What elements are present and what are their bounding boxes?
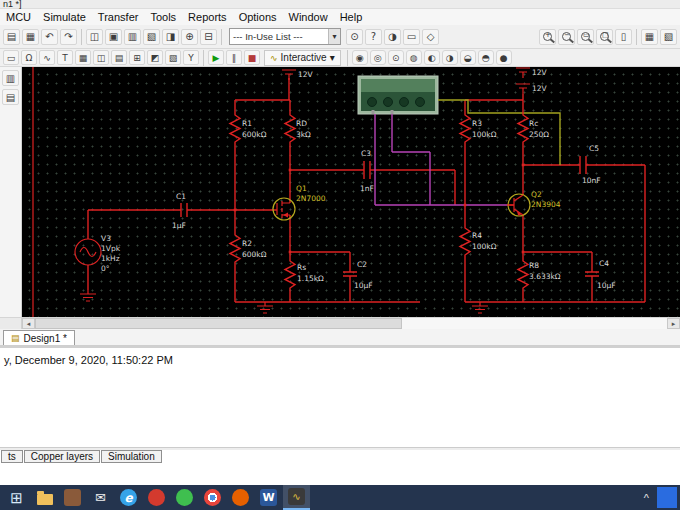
chrome-browser-icon[interactable] [199,485,226,510]
toolbar-button[interactable]: Ω [21,50,37,65]
redo-button[interactable]: ↷ [60,29,77,45]
toolbar-button[interactable]: ◩ [147,50,163,65]
toolbar-button[interactable]: ⊕ [181,29,198,45]
toolbar-button[interactable]: ▦ [75,50,91,65]
toolbar-button[interactable]: ◇ [422,29,439,45]
menu-options[interactable]: Options [233,11,283,23]
toolbar-button[interactable]: ▧ [165,50,181,65]
copy-button[interactable]: ▤ [3,29,20,45]
firefox-browser-icon[interactable] [227,485,254,510]
probe-button[interactable]: ◍ [406,50,422,65]
toolbar-button[interactable]: ◨ [162,29,179,45]
power-vdd-left[interactable]: 12V [282,70,314,80]
ground-symbol[interactable] [257,302,273,313]
menu-tools[interactable]: Tools [144,11,182,23]
word-app-icon[interactable]: W [255,485,282,510]
toolbar-button[interactable]: ∿ [39,50,55,65]
power-vcc-right-lower[interactable]: 12V [516,84,548,94]
mail-app-icon[interactable]: ✉ [87,485,114,510]
stop-simulation-button[interactable]: ■ [244,50,260,65]
toolbar-button[interactable]: ◫ [86,29,103,45]
scroll-left-button[interactable]: ◂ [22,318,35,329]
green-module[interactable] [358,76,438,114]
toolbar-button[interactable]: ⊞ [129,50,145,65]
start-button[interactable]: ⊞ [3,485,30,510]
red-app-icon[interactable] [143,485,170,510]
component-r3[interactable]: R3 100kΩ [460,112,497,146]
component-rs[interactable]: Rs 1.15kΩ [285,258,324,292]
toolbar-button[interactable]: ⊙ [346,29,363,45]
scrollbar-track[interactable] [35,318,667,329]
menu-simulate[interactable]: Simulate [37,11,92,23]
run-simulation-button[interactable]: ▶ [208,50,224,65]
power-vcc-right-upper[interactable]: 12V [516,68,548,78]
component-c4[interactable]: C4 10µF [585,259,616,290]
probe-button[interactable]: ● [496,50,512,65]
zoom-in-button[interactable]: + [539,29,556,45]
chevron-down-icon[interactable]: ▾ [328,29,340,44]
probe-button[interactable]: ◐ [424,50,440,65]
horizontal-scrollbar[interactable]: ◂ ▸ [0,317,680,329]
component-c2[interactable]: C2 10µF [343,260,373,290]
probe-button[interactable]: ◉ [352,50,368,65]
component-r4[interactable]: R4 100kΩ [460,225,497,259]
component-v3-ac-source[interactable]: V3 1Vpk 1kHz 0° [75,234,121,273]
menu-transfer[interactable]: Transfer [92,11,145,23]
interactive-analysis-menu[interactable]: ∿ Interactive ▾ [264,50,341,66]
pause-simulation-button[interactable]: ∥ [226,50,242,65]
probe-button[interactable]: ⊙ [388,50,404,65]
probe-button[interactable]: ◑ [442,50,458,65]
zoom-area-button[interactable]: ▭ [577,29,594,45]
probe-button[interactable]: ◓ [478,50,494,65]
tab-copper-layers[interactable]: Copper layers [24,450,100,463]
ground-symbol[interactable] [80,290,96,301]
menu-reports[interactable]: Reports [182,11,233,23]
toolbar-button[interactable]: ▭ [3,50,19,65]
archive-app-icon[interactable] [59,485,86,510]
dock-button[interactable]: ▥ [2,70,19,86]
whatsapp-icon[interactable] [171,485,198,510]
scroll-right-button[interactable]: ▸ [667,318,680,329]
component-c3[interactable]: C3 1nF [360,149,374,193]
file-explorer-icon[interactable] [31,485,58,510]
component-rd[interactable]: RD 3kΩ [285,112,311,146]
menu-window[interactable]: Window [283,11,334,23]
probe-button[interactable]: ◎ [370,50,386,65]
zoom-fit-button[interactable]: □ [596,29,613,45]
multisim-taskbar-icon[interactable]: ∿ [283,485,310,510]
dock-button[interactable]: ▤ [2,89,19,105]
spreadsheet-view-toggle[interactable]: ▧ [660,29,677,45]
schematic-canvas[interactable]: 12V 12V 12V R1 600kΩ [22,67,680,317]
component-c1[interactable]: C1 1µF [172,192,187,230]
component-rc[interactable]: Rc 250Ω [518,112,549,146]
toolbar-button[interactable]: ◫ [93,50,109,65]
undo-button[interactable]: ↶ [41,29,58,45]
tray-expand-button[interactable]: ^ [637,492,656,504]
schematic-svg[interactable]: 12V 12V 12V R1 600kΩ [22,67,680,317]
in-use-list-dropdown[interactable]: --- In-Use List --- ▾ [229,28,341,45]
paste-button[interactable]: ▦ [22,29,39,45]
component-q2-bjt[interactable]: Q2 2N3904 [507,190,561,216]
component-r8[interactable]: R8 3.633kΩ [518,258,561,292]
component-q1-mosfet[interactable]: Q1 2N7000 [273,184,326,220]
toolbar-button[interactable]: ▥ [124,29,141,45]
tab-results[interactable]: ts [1,450,23,463]
toolbar-button[interactable]: ▭ [403,29,420,45]
toolbar-button[interactable]: T [57,50,73,65]
scrollbar-thumb[interactable] [35,318,402,329]
menu-mcu[interactable]: MCU [0,11,37,23]
zoom-out-button[interactable]: − [558,29,575,45]
zoom-page-button[interactable]: ▯ [615,29,632,45]
help-icon[interactable]: ? [365,29,382,45]
menu-help[interactable]: Help [334,11,369,23]
probe-button[interactable]: ◒ [460,50,476,65]
component-r1[interactable]: R1 600kΩ [230,112,267,146]
toolbar-button[interactable]: Y [183,50,199,65]
edge-browser-icon[interactable]: e [115,485,142,510]
toolbar-button[interactable]: ▤ [111,50,127,65]
component-r2[interactable]: R2 600kΩ [230,232,267,266]
tab-simulation[interactable]: Simulation [101,450,162,463]
toolbar-button[interactable]: ▧ [143,29,160,45]
taskbar-pinned-blue[interactable] [657,487,677,508]
design-toolbox-toggle[interactable]: ▦ [641,29,658,45]
